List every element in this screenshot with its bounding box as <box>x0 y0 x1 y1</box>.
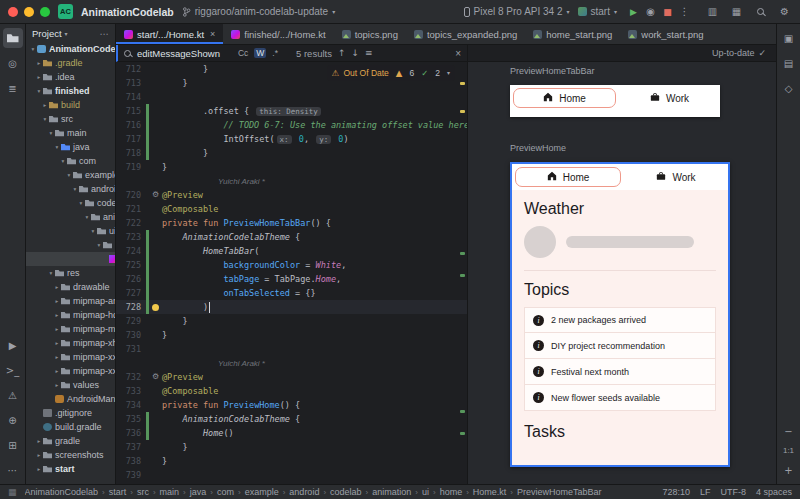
tree-item[interactable]: ▾home <box>26 238 115 252</box>
tree-chevron-icon[interactable]: ▸ <box>53 382 61 388</box>
zoom-level-label[interactable]: 1:1 <box>783 446 794 455</box>
inspection-widget[interactable]: ⚠ Out Of Date ▲ 6 ✓ 2 ▾ <box>327 65 455 81</box>
breadcrumb-item[interactable]: codelab <box>330 487 362 497</box>
file-encoding[interactable]: UTF-8 <box>720 487 746 497</box>
branch-selector[interactable]: riggaroo/anim-codelab-update ▾ <box>182 6 335 17</box>
line-number[interactable]: 720 <box>116 188 146 202</box>
tree-chevron-icon[interactable]: ▸ <box>41 102 49 108</box>
tree-chevron-icon[interactable]: ▾ <box>65 172 73 178</box>
editor-tab[interactable]: topics.png <box>334 24 406 44</box>
line-number[interactable]: 723 <box>116 230 146 244</box>
topic-list-item[interactable]: i2 new packages arrived <box>524 307 716 333</box>
app-tab-work[interactable]: Work <box>624 164 728 190</box>
breadcrumb-item[interactable]: ui <box>422 487 429 497</box>
tree-chevron-icon[interactable]: ▾ <box>29 46 37 52</box>
resource-manager-icon[interactable]: ▤ <box>779 53 799 73</box>
line-number[interactable]: 739 <box>116 468 146 482</box>
line-number[interactable]: 712 <box>116 62 146 76</box>
editor-tab[interactable]: finished/.../Home.kt <box>223 24 333 44</box>
line-number[interactable]: 727 <box>116 286 146 300</box>
tree-item[interactable]: ▾src <box>26 112 115 126</box>
preview-gutter-icon[interactable]: ⚙ <box>152 370 159 384</box>
problems-tool-icon[interactable]: ⚠ <box>3 385 23 405</box>
commit-tool-icon[interactable]: ◎ <box>3 53 23 73</box>
terminal-tool-icon[interactable]: >_ <box>3 360 23 380</box>
line-number[interactable]: 735 <box>116 412 146 426</box>
code-line[interactable]: 722private fun PreviewHomeTabBar() { <box>116 216 467 230</box>
code-line[interactable]: 739 <box>116 468 467 482</box>
tree-item[interactable]: ▾example <box>26 168 115 182</box>
tree-item[interactable]: ▸mipmap-hdpi <box>26 308 115 322</box>
tab-close-icon[interactable]: × <box>210 29 215 39</box>
project-panel-header[interactable]: Project ▾ ⋯ <box>26 24 115 42</box>
breadcrumb-item[interactable]: java <box>190 487 207 497</box>
tree-chevron-icon[interactable]: ▸ <box>53 354 61 360</box>
tree-item[interactable]: ▾java <box>26 140 115 154</box>
topic-list-item[interactable]: iFestival next month <box>524 359 716 385</box>
code-line[interactable]: 714 <box>116 90 467 104</box>
breadcrumb-item[interactable]: main <box>160 487 180 497</box>
preview-canvas[interactable]: PreviewHomeTabBarHomeWorkPreviewHomeHome… <box>468 62 776 484</box>
tree-chevron-icon[interactable]: ▸ <box>35 438 43 444</box>
line-number[interactable]: 713 <box>116 76 146 90</box>
code-author-hint[interactable]: Yuichi Araki * <box>162 177 265 186</box>
search-everywhere-icon[interactable] <box>753 4 768 19</box>
editor-scrollbar[interactable] <box>459 62 467 484</box>
tree-item[interactable]: ▸gradle <box>26 434 115 448</box>
code-line[interactable]: 735 AnimationCodelabTheme { <box>116 412 467 426</box>
app-tab-work[interactable]: Work <box>619 85 720 111</box>
tree-chevron-icon[interactable]: ▸ <box>35 60 43 66</box>
panel-options-icon[interactable]: ⋯ <box>100 28 110 39</box>
run-button[interactable]: ▶ <box>625 7 642 17</box>
next-match-icon[interactable]: ↓ <box>351 48 359 58</box>
line-number[interactable]: 729 <box>116 314 146 328</box>
code-line[interactable]: 715 .offset { this: Density <box>116 104 467 118</box>
tree-chevron-icon[interactable]: ▸ <box>53 284 61 290</box>
breadcrumb-item[interactable]: src <box>137 487 149 497</box>
intention-bulb-icon[interactable] <box>152 304 159 311</box>
tree-chevron-icon[interactable]: ▾ <box>83 214 91 220</box>
gradle-icon[interactable]: ◇ <box>779 78 799 98</box>
breadcrumb-item[interactable]: start <box>109 487 127 497</box>
tree-item[interactable]: ▸mipmap-xxxhdpi <box>26 364 115 378</box>
line-separator[interactable]: LF <box>700 487 711 497</box>
debug-button[interactable]: ◉ <box>642 6 659 17</box>
tree-item[interactable]: ▾com <box>26 154 115 168</box>
code-line[interactable]: 729 } <box>116 314 467 328</box>
code-line[interactable]: 728 ) <box>116 300 467 314</box>
services-tool-icon[interactable]: ⊞ <box>3 435 23 455</box>
tree-item[interactable]: ▸mipmap-anydpi <box>26 294 115 308</box>
tree-chevron-icon[interactable]: ▾ <box>95 242 103 248</box>
tree-item[interactable]: ▸.gradle <box>26 56 115 70</box>
tree-chevron-icon[interactable]: ▸ <box>53 368 61 374</box>
line-number[interactable]: 733 <box>116 384 146 398</box>
tree-chevron-icon[interactable]: ▸ <box>35 466 43 472</box>
line-number[interactable]: 724 <box>116 244 146 258</box>
code-line[interactable]: 738} <box>116 454 467 468</box>
tree-item[interactable]: .gitignore <box>26 406 115 420</box>
code-line[interactable]: Yuichi Araki * <box>116 356 467 370</box>
previous-match-icon[interactable]: ↑ <box>338 48 346 58</box>
line-number[interactable]: 721 <box>116 202 146 216</box>
code-line[interactable]: Yuichi Araki * <box>116 174 467 188</box>
code-line[interactable]: 730} <box>116 328 467 342</box>
code-line[interactable]: 734private fun PreviewHome() { <box>116 398 467 412</box>
tree-item[interactable]: ▾animation <box>26 210 115 224</box>
tree-chevron-icon[interactable]: ▾ <box>53 144 61 150</box>
more-run-actions-icon[interactable]: ⋮ <box>676 6 693 17</box>
tree-chevron-icon[interactable]: ▾ <box>77 200 85 206</box>
breadcrumb-item[interactable]: com <box>217 487 234 497</box>
line-number[interactable]: 718 <box>116 146 146 160</box>
line-number[interactable]: 717 <box>116 132 146 146</box>
tree-item[interactable]: ▾main <box>26 126 115 140</box>
run-tool-icon[interactable]: ▶ <box>3 335 23 355</box>
code-line[interactable]: 716 // TODO 6-7: Use the animating offse… <box>116 118 467 132</box>
code-line[interactable]: 731 <box>116 342 467 356</box>
code-line[interactable]: 726 tabPage = TabPage.Home, <box>116 272 467 286</box>
minimize-window-button[interactable] <box>24 7 34 17</box>
code-author-hint[interactable]: Yuichi Araki * <box>162 359 265 368</box>
tree-item[interactable]: ▸mipmap-xhdpi <box>26 336 115 350</box>
version-control-tool-icon[interactable]: ⊕ <box>3 410 23 430</box>
device-manager-icon[interactable]: ▣ <box>779 28 799 48</box>
line-number[interactable]: 716 <box>116 118 146 132</box>
